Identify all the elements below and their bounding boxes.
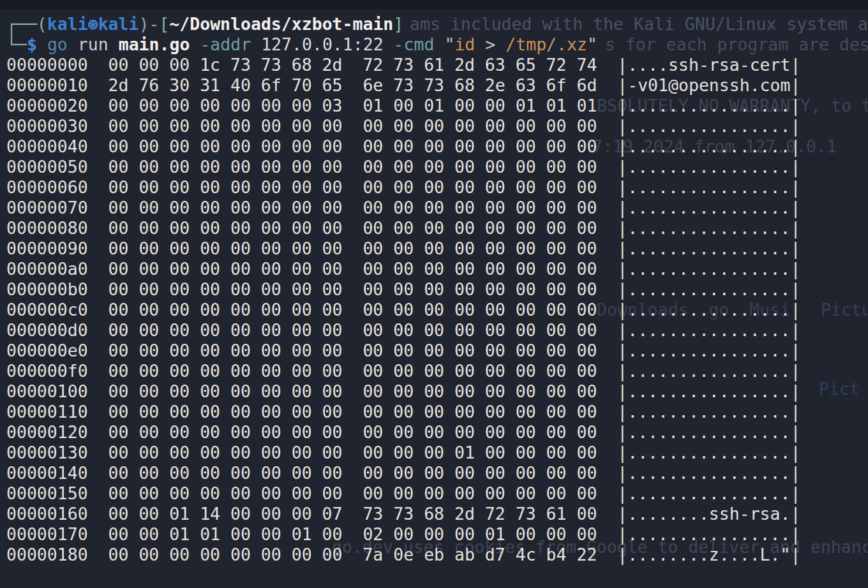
prompt-frame-open: ┌──( bbox=[6, 14, 47, 34]
hex-row: 00000040 00 00 00 00 00 00 00 00 00 00 0… bbox=[6, 136, 868, 157]
hex-row: 000000f0 00 00 00 00 00 00 00 00 00 00 0… bbox=[6, 361, 868, 381]
command-redirect-target: /tmp/.xz bbox=[505, 34, 587, 54]
hex-row: 00000120 00 00 00 00 00 00 00 00 00 00 0… bbox=[6, 422, 868, 443]
hex-row: 000000e0 00 00 00 00 00 00 00 00 00 00 0… bbox=[6, 341, 868, 361]
command-flag-addr: -addr bbox=[200, 34, 251, 54]
window-top-edge bbox=[0, 0, 868, 10]
command-program: go bbox=[47, 34, 68, 54]
command-addr-value: 127.0.0.1:22 bbox=[261, 34, 383, 54]
hex-row: 00000160 00 00 01 14 00 00 00 07 73 73 6… bbox=[6, 504, 868, 524]
prompt-cwd: ~/Downloads/xzbot-main bbox=[169, 14, 393, 34]
prompt-frame-mid: )-[ bbox=[138, 14, 169, 34]
hex-row: 00000090 00 00 00 00 00 00 00 00 00 00 0… bbox=[6, 239, 868, 259]
hex-row: 00000130 00 00 00 00 00 00 00 00 00 00 0… bbox=[6, 443, 868, 463]
hex-row: 000000a0 00 00 00 00 00 00 00 00 00 00 0… bbox=[6, 259, 868, 279]
prompt-frame-close: ] bbox=[393, 14, 403, 34]
command-file: main.go bbox=[119, 34, 190, 54]
hex-row: 000000c0 00 00 00 00 00 00 00 00 00 00 0… bbox=[6, 300, 868, 320]
kali-at-icon: ⊛ bbox=[88, 14, 98, 34]
command-flag-cmd: -cmd bbox=[394, 34, 435, 54]
prompt-hostname: kali bbox=[98, 14, 139, 34]
hex-row: 00000140 00 00 00 00 00 00 00 00 00 00 0… bbox=[6, 463, 868, 483]
hex-row: 00000110 00 00 00 00 00 00 00 00 00 00 0… bbox=[6, 402, 868, 422]
hex-row: 000000b0 00 00 00 00 00 00 00 00 00 00 0… bbox=[6, 279, 868, 300]
hex-row: 00000030 00 00 00 00 00 00 00 00 00 00 0… bbox=[6, 116, 868, 136]
hex-row: 00000180 00 00 00 00 00 00 00 00 7a 0e e… bbox=[6, 545, 868, 565]
desktop-screenshot: ams included with the Kali GNU/Linux sys… bbox=[0, 0, 868, 588]
terminal-window[interactable]: ┌──(kali⊛kali)-[~/Downloads/xzbot-main] … bbox=[0, 0, 868, 588]
command-subcommand: run bbox=[78, 34, 108, 54]
hex-row: 00000070 00 00 00 00 00 00 00 00 00 00 0… bbox=[6, 198, 868, 218]
prompt-line-2: └─$gorunmain.go-addr127.0.0.1:22-cmd"id>… bbox=[6, 34, 868, 55]
prompt-username: kali bbox=[47, 14, 88, 34]
hex-row: 00000100 00 00 00 00 00 00 00 00 00 00 0… bbox=[6, 381, 868, 402]
command-quote-open: " bbox=[444, 34, 454, 54]
prompt-line-1: ┌──(kali⊛kali)-[~/Downloads/xzbot-main] bbox=[6, 14, 868, 34]
hex-row: 000000d0 00 00 00 00 00 00 00 00 00 00 0… bbox=[6, 320, 868, 341]
prompt-frame-line2: └─ bbox=[6, 34, 27, 54]
hex-row: 00000150 00 00 00 00 00 00 00 00 00 00 0… bbox=[6, 483, 868, 504]
hex-row: 00000050 00 00 00 00 00 00 00 00 00 00 0… bbox=[6, 157, 868, 177]
hex-row: 00000170 00 00 01 01 00 00 01 00 02 00 0… bbox=[6, 524, 868, 545]
hex-row: 00000010 2d 76 30 31 40 6f 70 65 6e 73 7… bbox=[6, 75, 868, 96]
prompt-char: $ bbox=[27, 34, 37, 54]
command-redirect: > bbox=[485, 34, 495, 54]
command-remote-cmd: id bbox=[454, 34, 475, 54]
hex-row: 00000000 00 00 00 1c 73 73 68 2d 72 73 6… bbox=[6, 55, 868, 75]
command-quote-close: " bbox=[587, 34, 597, 54]
hex-row: 00000060 00 00 00 00 00 00 00 00 00 00 0… bbox=[6, 177, 868, 198]
hex-row: 00000080 00 00 00 00 00 00 00 00 00 00 0… bbox=[6, 218, 868, 239]
hex-row: 00000020 00 00 00 00 00 00 00 03 01 00 0… bbox=[6, 96, 868, 116]
